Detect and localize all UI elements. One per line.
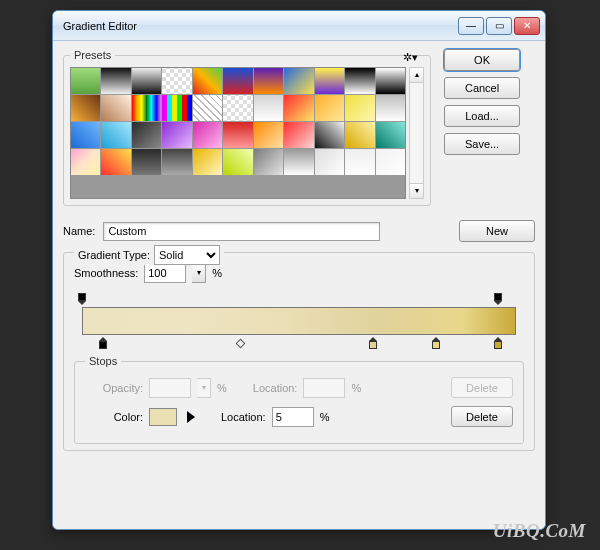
- preset-thumb[interactable]: [284, 68, 313, 94]
- gradient-editor-window: Gradient Editor — ▭ ✕ Presets ✲▾ ▴ ▾ OK …: [52, 10, 546, 530]
- preset-thumb[interactable]: [71, 122, 100, 148]
- dialog-body: Presets ✲▾ ▴ ▾ OK Cancel Load... Save...…: [53, 41, 545, 529]
- watermark: UiBQ.CoM: [493, 520, 586, 542]
- preset-thumb[interactable]: [315, 149, 344, 175]
- preset-thumb[interactable]: [101, 149, 130, 175]
- gradient-settings-group: Gradient Type: Solid Smoothness: ▾ % Sto…: [63, 252, 535, 451]
- opacity-stop[interactable]: [77, 293, 87, 305]
- preset-thumb[interactable]: [223, 122, 252, 148]
- preset-thumb[interactable]: [315, 68, 344, 94]
- preset-thumb[interactable]: [254, 95, 283, 121]
- preset-thumb[interactable]: [162, 95, 191, 121]
- preset-thumb[interactable]: [345, 68, 374, 94]
- preset-thumb[interactable]: [284, 122, 313, 148]
- color-stop[interactable]: [431, 337, 441, 349]
- preset-thumb[interactable]: [315, 122, 344, 148]
- opacity-unit: %: [217, 382, 227, 394]
- preset-thumb[interactable]: [71, 68, 100, 94]
- preset-thumb[interactable]: [132, 122, 161, 148]
- gradient-bar[interactable]: [82, 307, 516, 335]
- preset-thumb[interactable]: [376, 95, 405, 121]
- gradient-type-select[interactable]: Solid: [154, 245, 220, 265]
- preset-thumb[interactable]: [193, 122, 222, 148]
- gradient-type-label: Gradient Type:: [78, 249, 150, 261]
- scroll-up-button[interactable]: ▴: [410, 68, 423, 83]
- delete-color-stop-button[interactable]: Delete: [451, 406, 513, 427]
- preset-thumb[interactable]: [71, 95, 100, 121]
- name-input[interactable]: [103, 222, 380, 241]
- preset-thumb[interactable]: [193, 68, 222, 94]
- action-buttons: OK Cancel Load... Save...: [444, 49, 520, 155]
- preset-thumb[interactable]: [132, 68, 161, 94]
- close-button[interactable]: ✕: [514, 17, 540, 35]
- color-location-input[interactable]: [272, 407, 314, 427]
- preset-thumb[interactable]: [223, 95, 252, 121]
- new-button[interactable]: New: [459, 220, 535, 242]
- color-stop[interactable]: [493, 337, 503, 349]
- preset-thumb[interactable]: [162, 122, 191, 148]
- preset-thumb[interactable]: [376, 68, 405, 94]
- window-title: Gradient Editor: [63, 20, 458, 32]
- preset-thumb[interactable]: [254, 68, 283, 94]
- scroll-down-button[interactable]: ▾: [410, 183, 423, 198]
- color-stop-row: Color: Location: % Delete: [85, 406, 513, 427]
- preset-thumb[interactable]: [254, 122, 283, 148]
- opacity-stop-row: Opacity: ▾ % Location: % Delete: [85, 377, 513, 398]
- preset-thumb[interactable]: [162, 68, 191, 94]
- preset-thumb[interactable]: [376, 122, 405, 148]
- opacity-input: [149, 378, 191, 398]
- smoothness-dropdown-icon[interactable]: ▾: [192, 263, 206, 283]
- titlebar[interactable]: Gradient Editor — ▭ ✕: [53, 11, 545, 41]
- preset-thumb[interactable]: [101, 122, 130, 148]
- preset-thumb[interactable]: [284, 149, 313, 175]
- opacity-location-input: [303, 378, 345, 398]
- presets-group: Presets ✲▾ ▴ ▾: [63, 49, 431, 206]
- opacity-stop[interactable]: [493, 293, 503, 305]
- color-label: Color:: [85, 411, 143, 423]
- preset-grid: [70, 67, 406, 199]
- minimize-button[interactable]: —: [458, 17, 484, 35]
- preset-thumb[interactable]: [376, 149, 405, 175]
- preset-thumb[interactable]: [101, 68, 130, 94]
- color-location-unit: %: [320, 411, 330, 423]
- presets-legend: Presets: [70, 49, 115, 61]
- midpoint-marker[interactable]: [236, 339, 246, 349]
- preset-thumb[interactable]: [254, 149, 283, 175]
- smoothness-input[interactable]: [144, 263, 186, 283]
- color-stop[interactable]: [98, 337, 108, 349]
- gradient-bar-area: [76, 293, 522, 349]
- name-label: Name:: [63, 225, 95, 237]
- preset-thumb[interactable]: [101, 95, 130, 121]
- ok-button[interactable]: OK: [444, 49, 520, 71]
- preset-thumb[interactable]: [345, 95, 374, 121]
- presets-menu-icon[interactable]: ✲▾: [403, 51, 418, 64]
- preset-thumb[interactable]: [345, 149, 374, 175]
- preset-scrollbar[interactable]: ▴ ▾: [409, 67, 424, 199]
- preset-thumb[interactable]: [284, 95, 313, 121]
- color-stop[interactable]: [368, 337, 378, 349]
- preset-thumb[interactable]: [193, 95, 222, 121]
- preset-thumb[interactable]: [315, 95, 344, 121]
- preset-thumb[interactable]: [193, 149, 222, 175]
- maximize-button[interactable]: ▭: [486, 17, 512, 35]
- cancel-button[interactable]: Cancel: [444, 77, 520, 99]
- preset-thumb[interactable]: [345, 122, 374, 148]
- preset-thumb[interactable]: [132, 149, 161, 175]
- save-button[interactable]: Save...: [444, 133, 520, 155]
- delete-opacity-stop-button: Delete: [451, 377, 513, 398]
- opacity-label: Opacity:: [85, 382, 143, 394]
- preset-thumb[interactable]: [223, 68, 252, 94]
- name-row: Name: New: [63, 220, 535, 242]
- opacity-location-unit: %: [351, 382, 361, 394]
- preset-thumb[interactable]: [132, 95, 161, 121]
- preset-thumb[interactable]: [162, 149, 191, 175]
- smoothness-unit: %: [212, 267, 222, 279]
- opacity-dropdown-icon: ▾: [197, 378, 211, 398]
- color-swatch[interactable]: [149, 408, 177, 426]
- color-picker-icon[interactable]: [187, 411, 195, 423]
- preset-thumb[interactable]: [223, 149, 252, 175]
- opacity-location-label: Location:: [253, 382, 298, 394]
- color-location-label: Location:: [221, 411, 266, 423]
- load-button[interactable]: Load...: [444, 105, 520, 127]
- preset-thumb[interactable]: [71, 149, 100, 175]
